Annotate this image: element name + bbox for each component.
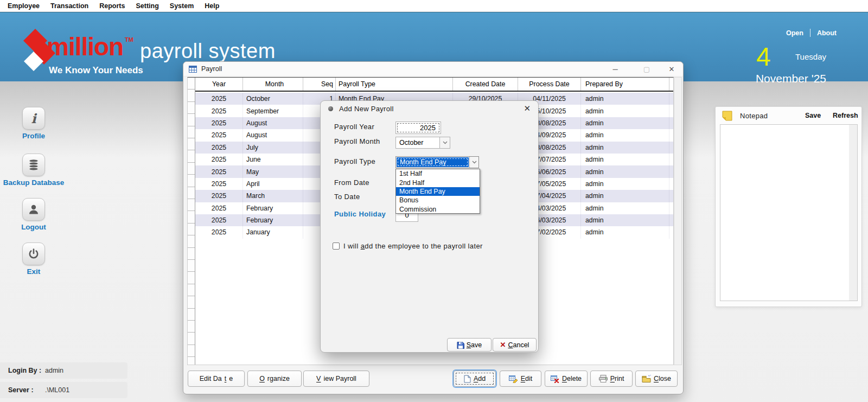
login-by-value: admin bbox=[45, 367, 63, 374]
notepad-panel: Notepad Save Refresh bbox=[715, 106, 862, 307]
backup-database-label[interactable]: Backup Database bbox=[0, 178, 67, 187]
row-header-strip bbox=[188, 78, 195, 365]
cell-prep: admin bbox=[581, 165, 669, 177]
dropdown-option[interactable]: 2nd Half bbox=[396, 178, 480, 187]
dropdown-option[interactable]: 1st Half bbox=[396, 169, 480, 178]
menu-bar: Employee Transaction Reports Setting Sys… bbox=[0, 0, 868, 12]
notepad-save-button[interactable]: Save bbox=[805, 112, 821, 119]
col-header-seq[interactable]: Seq bbox=[303, 78, 336, 91]
exit-label[interactable]: Exit bbox=[0, 267, 67, 276]
notepad-textarea[interactable] bbox=[720, 124, 849, 301]
logo-word: million bbox=[47, 34, 123, 59]
add-new-payroll-dialog: Add New Payroll ✕ Payroll Year 2025 Payr… bbox=[320, 100, 539, 353]
add-later-checkbox[interactable] bbox=[333, 243, 340, 250]
cell-month: June bbox=[243, 154, 303, 165]
logout-label[interactable]: Logout bbox=[0, 223, 67, 231]
menu-reports[interactable]: Reports bbox=[94, 1, 130, 11]
save-button[interactable]: Save bbox=[447, 338, 492, 352]
payroll-year-input[interactable]: 2025 bbox=[395, 122, 441, 134]
profile-label[interactable]: Profile bbox=[0, 132, 67, 140]
print-button[interactable]: Print bbox=[590, 371, 633, 387]
col-header-year[interactable]: Year bbox=[195, 78, 243, 91]
dialog-bullet-icon bbox=[328, 106, 333, 111]
cell-month: February bbox=[243, 202, 303, 214]
payroll-type-combobox[interactable]: Month End Pay bbox=[395, 156, 479, 168]
cell-month: August bbox=[243, 117, 303, 129]
cell-year: 2025 bbox=[195, 165, 243, 177]
cell-year: 2025 bbox=[195, 129, 243, 141]
dialog-close-icon[interactable]: ✕ bbox=[524, 104, 531, 113]
cell-month: January bbox=[243, 226, 303, 238]
cell-prep: admin bbox=[581, 142, 669, 154]
menu-setting[interactable]: Setting bbox=[130, 1, 164, 11]
dropdown-option[interactable]: Commission bbox=[396, 205, 480, 214]
info-icon: i bbox=[31, 111, 36, 126]
view-payroll-button[interactable]: View Payroll bbox=[303, 371, 369, 387]
about-link[interactable]: About bbox=[817, 29, 837, 37]
notepad-title: Notepad bbox=[740, 112, 768, 120]
chevron-down-icon[interactable] bbox=[439, 137, 450, 148]
menu-help[interactable]: Help bbox=[199, 1, 225, 11]
cell-prep: admin bbox=[581, 178, 669, 190]
cell-year: 2025 bbox=[195, 117, 243, 129]
close-button[interactable]: Close bbox=[635, 371, 678, 387]
logout-button[interactable] bbox=[22, 198, 45, 221]
col-header-month[interactable]: Month bbox=[243, 78, 303, 91]
cell-month: July bbox=[243, 142, 303, 154]
cell-prep: admin bbox=[581, 105, 669, 117]
close-window-button[interactable]: ✕ bbox=[663, 62, 680, 76]
dropdown-option[interactable]: Month End Pay bbox=[396, 187, 480, 196]
product-name: payroll system bbox=[140, 40, 276, 63]
payroll-month-combobox[interactable]: October bbox=[395, 137, 450, 149]
cell-year: 2025 bbox=[195, 93, 243, 105]
cancel-button[interactable]: ✕ Cancel bbox=[493, 338, 537, 352]
menu-system[interactable]: System bbox=[164, 1, 199, 11]
date-month-year: November '25 bbox=[749, 72, 826, 85]
profile-button[interactable]: i bbox=[22, 107, 45, 130]
database-icon bbox=[27, 158, 40, 171]
cancel-x-icon: ✕ bbox=[500, 341, 506, 349]
payroll-window-titlebar[interactable]: Payroll ─ ▢ ✕ bbox=[183, 62, 683, 76]
chevron-down-icon[interactable] bbox=[469, 157, 478, 168]
menu-employee[interactable]: Employee bbox=[2, 1, 45, 11]
add-later-checkbox-label[interactable]: I will add the employee to the payroll l… bbox=[343, 242, 483, 250]
col-header-process-date[interactable]: Process Date bbox=[518, 78, 581, 91]
dropdown-option[interactable]: Bonus bbox=[396, 196, 480, 205]
organize-button[interactable]: Organize bbox=[247, 371, 302, 387]
notepad-header: Notepad Save Refresh bbox=[716, 107, 861, 124]
power-icon bbox=[28, 248, 40, 260]
printer-icon bbox=[599, 375, 608, 382]
add-page-icon bbox=[464, 375, 471, 383]
col-header-created-date[interactable]: Created Date bbox=[453, 78, 518, 91]
user-icon bbox=[28, 203, 40, 215]
table-vertical-scrollbar[interactable] bbox=[674, 77, 682, 365]
login-status-bar: Login By : admin bbox=[0, 362, 127, 379]
delete-table-x-icon bbox=[551, 375, 559, 383]
exit-button[interactable] bbox=[22, 243, 45, 265]
app-screen: Employee Transaction Reports Setting Sys… bbox=[0, 0, 868, 402]
header-links: Open About bbox=[786, 29, 837, 37]
cell-prep: admin bbox=[581, 226, 669, 238]
cell-year: 2025 bbox=[195, 190, 243, 202]
delete-button[interactable]: Delete bbox=[545, 371, 588, 387]
sidebar-item-exit: Exit bbox=[0, 243, 67, 276]
backup-database-button[interactable] bbox=[22, 154, 45, 176]
cell-month: August bbox=[243, 129, 303, 141]
maximize-button[interactable]: ▢ bbox=[638, 62, 655, 76]
col-header-payroll-type[interactable]: Payroll Type bbox=[336, 78, 453, 91]
minimize-button[interactable]: ─ bbox=[607, 62, 624, 76]
cell-month: February bbox=[243, 214, 303, 226]
cell-prep: admin bbox=[581, 129, 669, 141]
menu-transaction[interactable]: Transaction bbox=[45, 1, 94, 11]
payroll-month-label: Payroll Month bbox=[334, 137, 380, 145]
add-button[interactable]: Add bbox=[454, 371, 496, 387]
col-header-prepared-by[interactable]: Prepared By bbox=[581, 78, 669, 91]
cell-prep: admin bbox=[581, 117, 669, 129]
notepad-scrollbar[interactable] bbox=[849, 124, 858, 301]
edit-date-button[interactable]: Edit Date bbox=[188, 371, 245, 387]
payroll-type-dropdown-list: 1st Half2nd HalfMonth End PayBonusCommis… bbox=[395, 169, 480, 214]
cell-month: September bbox=[243, 105, 303, 117]
open-link[interactable]: Open bbox=[786, 29, 803, 37]
edit-button[interactable]: Edit bbox=[500, 371, 541, 387]
notepad-refresh-button[interactable]: Refresh bbox=[833, 112, 858, 119]
